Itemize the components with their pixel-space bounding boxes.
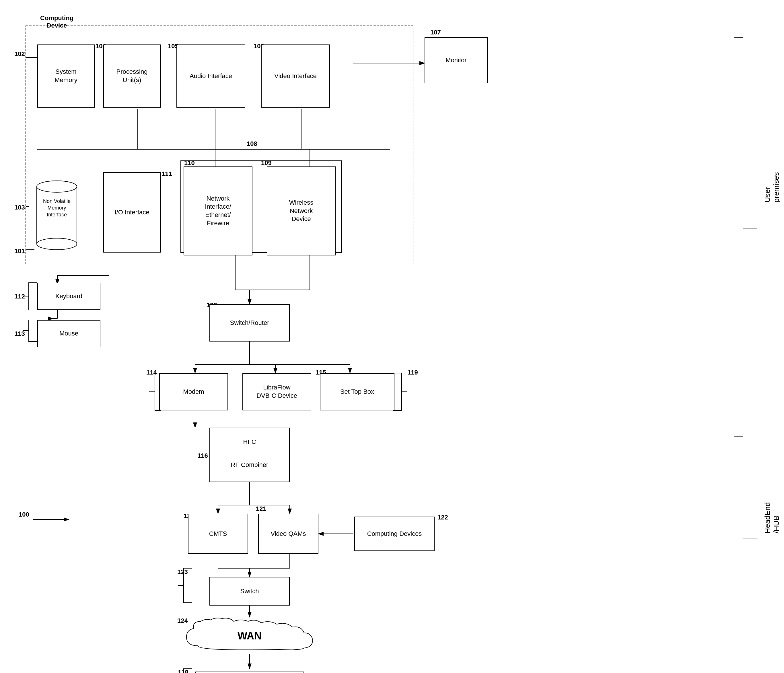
ref-107: 107 bbox=[430, 29, 441, 36]
ref-114: 114 bbox=[146, 369, 157, 376]
computing-devices-box: Computing Devices bbox=[354, 517, 435, 551]
non-volatile-memory: Non VolatileMemoryInterface bbox=[34, 172, 80, 252]
wireless-network-box: WirelessNetworkDevice bbox=[267, 167, 336, 255]
user-premises-label: Userpremises bbox=[763, 172, 781, 203]
ref-100: 100 bbox=[19, 511, 29, 518]
computing-device-label: ComputingDevice bbox=[40, 14, 73, 29]
io-interface-box: I/O Interface bbox=[103, 172, 161, 252]
ref-111: 111 bbox=[162, 170, 172, 178]
headend-hub-label: HeadEnd/HUB bbox=[763, 502, 781, 533]
audio-interface-box: Audio Interface bbox=[176, 45, 245, 107]
wan-cloud: WAN bbox=[181, 617, 319, 654]
remote-computing-box: RemoteComputing Device bbox=[195, 671, 304, 673]
video-qams-box: Video QAMs bbox=[258, 514, 319, 554]
cmts-box: CMTS bbox=[188, 514, 248, 554]
ref-112: 112 bbox=[14, 293, 25, 300]
ref-123: 123 bbox=[177, 568, 188, 576]
set-top-box: Set Top Box bbox=[320, 373, 394, 410]
ref-121: 121 bbox=[256, 505, 266, 513]
keyboard-box: Keyboard bbox=[37, 283, 100, 310]
mouse-box: Mouse bbox=[37, 320, 100, 347]
ref-102: 102 bbox=[14, 50, 25, 58]
processing-units-box: ProcessingUnit(s) bbox=[103, 45, 161, 107]
modem-box: Modem bbox=[159, 373, 228, 410]
switch-box: Switch bbox=[209, 577, 290, 606]
diagram: ComputingDevice 102 SystemMemory 104 Pro… bbox=[0, 0, 784, 673]
monitor-box: Monitor bbox=[425, 37, 488, 83]
ref-113: 113 bbox=[14, 330, 25, 338]
ref-119: 119 bbox=[408, 369, 418, 376]
video-interface-box: Video Interface bbox=[261, 45, 330, 107]
ref-118: 118 bbox=[178, 669, 188, 673]
ref-103: 103 bbox=[14, 204, 25, 211]
ref-122: 122 bbox=[437, 514, 448, 521]
ref-109: 109 bbox=[261, 159, 272, 167]
ref-110: 110 bbox=[184, 159, 195, 167]
svg-point-60 bbox=[37, 238, 77, 250]
ref-108: 108 bbox=[247, 140, 257, 148]
system-memory-box: SystemMemory bbox=[37, 45, 95, 107]
ref-101: 101 bbox=[14, 248, 25, 255]
ref-116: 116 bbox=[198, 452, 208, 460]
svg-point-59 bbox=[37, 181, 77, 192]
switch-router-box: Switch/Router bbox=[209, 304, 290, 341]
network-interface-box: NetworkInterface/Ethernet/Firewire bbox=[184, 167, 252, 255]
svg-text:WAN: WAN bbox=[238, 630, 261, 642]
rf-combiner-box: RF Combiner bbox=[209, 448, 290, 482]
libraflow-box: LibraFlowDVB-C Device bbox=[243, 373, 311, 410]
